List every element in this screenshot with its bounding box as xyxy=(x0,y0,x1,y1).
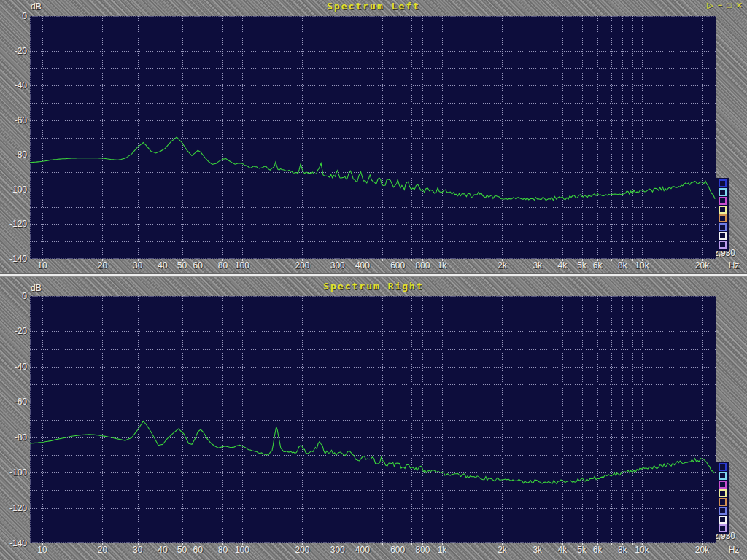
x-tick-mark xyxy=(597,259,598,261)
legend-swatch-3[interactable] xyxy=(719,197,727,205)
x-tick-mark xyxy=(622,259,623,261)
x-tick-mark xyxy=(642,543,643,545)
x-tick-mark xyxy=(702,543,703,545)
x-axis-unit-label: Hz xyxy=(724,545,743,555)
x-tick-mark xyxy=(163,543,163,545)
legend-swatch-7[interactable] xyxy=(719,516,727,524)
x-tick-mark xyxy=(242,543,243,545)
y-tick-label: -140 xyxy=(0,254,27,264)
x-tick-mark xyxy=(242,259,243,261)
x-tick-label: 100 xyxy=(235,260,249,271)
x-tick-mark xyxy=(582,259,583,261)
y-tick-label: -140 xyxy=(0,538,27,548)
x-tick-mark xyxy=(502,259,503,261)
x-tick-label: 60 xyxy=(193,260,203,271)
y-tick-label: -60 xyxy=(0,397,27,407)
legend-swatch-6[interactable] xyxy=(719,507,727,515)
x-tick-mark xyxy=(233,543,233,545)
x-tick-label: 6k xyxy=(593,260,603,271)
x-tick-mark xyxy=(363,259,363,261)
y-tick-label: -80 xyxy=(0,149,27,160)
x-tick-label: 10k xyxy=(635,545,649,555)
plot-background xyxy=(30,16,716,259)
x-tick-label: 80 xyxy=(218,260,228,271)
x-tick-label: 50 xyxy=(177,545,187,555)
x-tick-label: 10k xyxy=(635,260,649,271)
x-tick-label: 4k xyxy=(558,260,568,271)
y-axis-unit-label: dB xyxy=(31,1,42,12)
x-tick-mark xyxy=(138,543,139,545)
x-tick-mark xyxy=(538,259,538,261)
x-tick-mark xyxy=(632,259,633,261)
spectrum-plot-left[interactable] xyxy=(30,16,716,259)
x-tick-mark xyxy=(198,543,198,545)
x-tick-label: 5k xyxy=(577,260,587,271)
y-tick-label: -40 xyxy=(0,362,27,372)
x-axis-unit-label: Hz xyxy=(724,260,743,271)
legend-swatch-6[interactable] xyxy=(719,223,727,231)
x-tick-mark xyxy=(212,259,212,261)
x-tick-label: 8k xyxy=(618,545,627,555)
x-tick-label: 6k xyxy=(593,545,603,555)
x-tick-label: 2k xyxy=(498,545,507,555)
x-tick-label: 20 xyxy=(98,545,107,555)
x-tick-mark xyxy=(642,259,643,261)
legend-swatch-2[interactable] xyxy=(719,472,727,480)
x-tick-mark xyxy=(102,259,103,261)
x-tick-label: 4k xyxy=(558,545,568,555)
x-tick-mark xyxy=(422,543,423,545)
legend-swatch-5[interactable] xyxy=(719,498,727,506)
x-tick-mark xyxy=(42,543,43,545)
x-tick-mark xyxy=(382,543,383,545)
legend-swatch-1[interactable] xyxy=(719,179,727,187)
y-tick-label: -100 xyxy=(0,467,27,478)
spectrum-analyzer-window: ▷ − □ ✕ Spectrum Left Spectrum Right dB … xyxy=(0,0,747,560)
x-tick-mark xyxy=(42,259,43,261)
x-tick-mark xyxy=(538,543,538,545)
x-tick-mark xyxy=(382,259,383,261)
y-axis-unit-label: dB xyxy=(31,283,42,293)
x-tick-mark xyxy=(433,259,433,261)
x-tick-label: 20k xyxy=(695,545,709,555)
x-tick-mark xyxy=(562,543,563,545)
x-tick-label: 40 xyxy=(158,260,167,271)
x-tick-mark xyxy=(411,259,412,261)
x-tick-mark xyxy=(163,259,163,261)
x-tick-mark xyxy=(302,259,303,261)
legend-swatch-7[interactable] xyxy=(719,232,727,240)
x-tick-label: 80 xyxy=(218,545,228,555)
x-tick-label: 800 xyxy=(415,545,430,555)
panel-divider xyxy=(0,273,747,277)
x-tick-mark xyxy=(222,543,223,545)
x-tick-mark xyxy=(398,543,398,545)
legend-swatch-4[interactable] xyxy=(719,206,727,214)
x-tick-mark xyxy=(442,259,443,261)
x-tick-label: 50 xyxy=(177,260,187,271)
x-tick-mark xyxy=(102,543,103,545)
x-tick-label: 800 xyxy=(415,260,430,271)
x-tick-mark xyxy=(198,259,198,261)
legend-swatch-4[interactable] xyxy=(719,489,727,497)
x-tick-mark xyxy=(338,543,338,545)
legend-swatch-5[interactable] xyxy=(719,214,727,222)
y-tick-label: -120 xyxy=(0,503,27,513)
x-tick-label: 20 xyxy=(98,260,107,271)
x-tick-mark xyxy=(597,543,598,545)
x-tick-label: 60 xyxy=(193,545,203,555)
x-tick-label: 100 xyxy=(235,545,249,555)
x-tick-mark xyxy=(138,259,139,261)
legend-swatch-3[interactable] xyxy=(719,481,727,489)
x-tick-mark xyxy=(702,259,703,261)
legend-swatch-8[interactable] xyxy=(719,241,727,249)
legend-swatch-2[interactable] xyxy=(719,188,727,196)
x-tick-label: 10 xyxy=(37,260,47,271)
x-tick-label: 400 xyxy=(355,545,370,555)
x-tick-label: 40 xyxy=(158,545,167,555)
y-tick-label: -80 xyxy=(0,432,27,443)
spectrum-plot-right[interactable] xyxy=(30,296,716,543)
legend-swatch-1[interactable] xyxy=(719,463,727,471)
x-tick-label: 400 xyxy=(355,260,370,271)
y-tick-label: -40 xyxy=(0,80,27,90)
legend-swatch-8[interactable] xyxy=(719,524,727,532)
x-tick-label: 1k xyxy=(438,260,447,271)
